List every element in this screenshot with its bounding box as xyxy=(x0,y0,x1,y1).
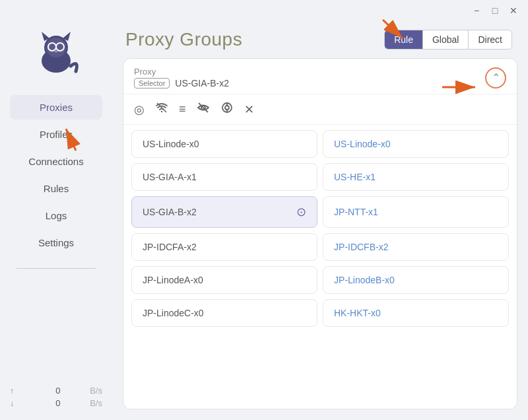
download-speed-value: 0 xyxy=(41,398,61,408)
filter-bar: ◎ ≡ xyxy=(123,94,517,125)
upload-speed-unit: B/s xyxy=(90,386,102,396)
svg-line-12 xyxy=(199,103,208,112)
proxy-card-us-gia-b-x2[interactable]: US-GIA-B-x2⊙ xyxy=(131,196,317,228)
proxy-card-label: JP-LinodeB-x0 xyxy=(334,275,395,285)
proxy-card-jp-linodea-x0[interactable]: JP-LinodeA-x0 xyxy=(131,266,317,294)
proxy-card-label: JP-IDCFB-x2 xyxy=(334,242,388,252)
proxy-card-jp-linodeb-x0[interactable]: JP-LinodeB-x0 xyxy=(323,266,509,294)
proxy-card-jp-idcfb-x2[interactable]: JP-IDCFB-x2 xyxy=(323,233,509,261)
list-filter-icon[interactable]: ≡ xyxy=(179,102,186,116)
proxy-card-label: US-GIA-A-x1 xyxy=(143,172,197,182)
proxy-selector-row: Selector US-GIA-B-x2 xyxy=(134,78,229,88)
mode-direct-button[interactable]: Direct xyxy=(469,30,512,49)
proxy-card-hk-hkt-x0[interactable]: HK-HKT-x0 xyxy=(323,299,509,327)
proxy-card-us-gia-a-x1[interactable]: US-GIA-A-x1 xyxy=(131,163,317,191)
sidebar-item-proxies[interactable]: Proxies xyxy=(10,95,102,120)
current-proxy-name: US-GIA-B-x2 xyxy=(175,78,229,88)
main-content: Proxy Groups Rule Global Direct Proxy Se… xyxy=(112,0,528,420)
titlebar: − □ ✕ xyxy=(0,0,528,21)
download-speed-row: ↓ 0 B/s xyxy=(10,397,102,409)
proxy-grid: US-Linode-x0US-Linode-x0US-GIA-A-x1US-HE… xyxy=(123,125,517,409)
sidebar-item-connections[interactable]: Connections xyxy=(10,149,102,174)
mode-buttons: Rule Global Direct xyxy=(384,30,512,50)
mode-global-button[interactable]: Global xyxy=(423,30,469,49)
sidebar-item-rules[interactable]: Rules xyxy=(10,176,102,201)
main-header: Proxy Groups Rule Global Direct xyxy=(112,21,528,58)
sidebar-item-logs[interactable]: Logs xyxy=(10,203,102,228)
mode-rule-button[interactable]: Rule xyxy=(385,30,423,49)
svg-point-8 xyxy=(55,51,57,53)
sidebar-item-profiles[interactable]: Profiles xyxy=(10,122,102,147)
proxy-card-jp-linodec-x0[interactable]: JP-LinodeC-x0 xyxy=(131,299,317,327)
download-speed-unit: B/s xyxy=(90,398,102,408)
proxy-card-label: US-GIA-B-x2 xyxy=(143,207,197,217)
proxy-card-label: US-Linode-x0 xyxy=(143,139,199,149)
minimize-button[interactable]: − xyxy=(467,1,486,20)
maximize-button[interactable]: □ xyxy=(486,1,504,20)
proxy-card-label: US-Linode-x0 xyxy=(334,139,391,149)
close-button[interactable]: ✕ xyxy=(504,1,523,20)
sidebar: Proxies Profiles Connections Rules Logs … xyxy=(0,0,112,420)
upload-arrow-icon: ↑ xyxy=(10,386,14,396)
proxy-card-us-linode-x0-right[interactable]: US-Linode-x0 xyxy=(323,130,509,158)
target-filter-icon[interactable]: ◎ xyxy=(134,102,145,117)
app-logo xyxy=(30,26,82,82)
block-filter-icon[interactable] xyxy=(220,101,234,118)
sidebar-divider xyxy=(16,268,96,269)
proxy-card-jp-ntt-x1[interactable]: JP-NTT-x1 xyxy=(323,196,509,228)
speed-section: ↑ 0 B/s ↓ 0 B/s xyxy=(10,384,102,409)
proxy-card-label: US-HE-x1 xyxy=(334,172,376,182)
proxy-label: Proxy xyxy=(134,67,229,77)
selector-badge: Selector xyxy=(134,78,170,88)
svg-point-14 xyxy=(225,106,229,110)
sidebar-item-settings[interactable]: Settings xyxy=(10,230,102,255)
proxy-card-us-linode-x0-left[interactable]: US-Linode-x0 xyxy=(131,130,317,158)
proxy-card-label: JP-IDCFA-x2 xyxy=(143,242,197,252)
page-title: Proxy Groups xyxy=(125,29,242,50)
proxy-card-label: JP-LinodeA-x0 xyxy=(143,275,203,285)
wifi-filter-icon[interactable] xyxy=(155,101,168,118)
proxy-panel: Proxy Selector US-GIA-B-x2 ⌃ ◎ xyxy=(123,58,517,409)
upload-speed-row: ↑ 0 B/s xyxy=(10,384,102,397)
proxy-card-label: JP-NTT-x1 xyxy=(334,207,378,217)
svg-point-9 xyxy=(161,111,162,112)
eye-off-filter-icon[interactable] xyxy=(197,101,210,118)
proxy-card-label: HK-HKT-x0 xyxy=(334,308,381,318)
collapse-button[interactable]: ⌃ xyxy=(485,67,506,88)
proxy-card-label: JP-LinodeC-x0 xyxy=(143,308,204,318)
proxy-card-us-he-x1[interactable]: US-HE-x1 xyxy=(323,163,509,191)
proxy-card-jp-idcfa-x2[interactable]: JP-IDCFA-x2 xyxy=(131,233,317,261)
selected-check-icon: ⊙ xyxy=(296,205,306,219)
upload-speed-value: 0 xyxy=(41,386,61,396)
chevron-up-icon: ⌃ xyxy=(492,71,500,84)
proxy-header: Proxy Selector US-GIA-B-x2 ⌃ xyxy=(123,59,517,94)
download-arrow-icon: ↓ xyxy=(10,399,14,408)
proxy-info: Proxy Selector US-GIA-B-x2 xyxy=(134,67,229,88)
no-select-filter-icon[interactable]: ✕ xyxy=(244,102,254,117)
